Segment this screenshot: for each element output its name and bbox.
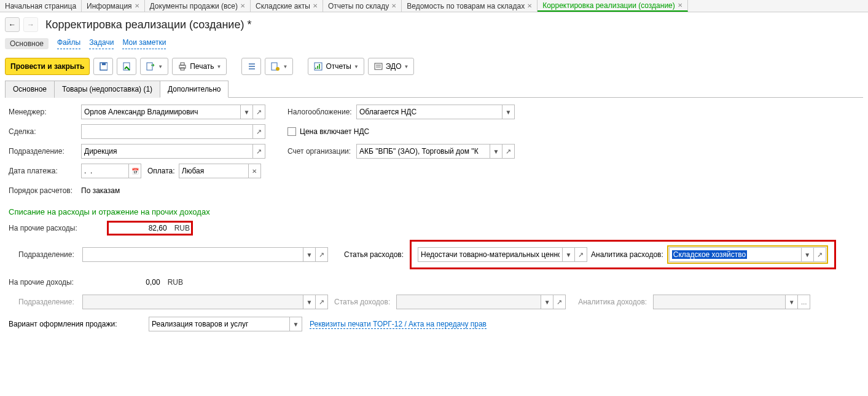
inc-item-input bbox=[396, 295, 541, 309]
tab-info[interactable]: Информация✕ bbox=[82, 0, 144, 12]
post-and-close-button[interactable]: Провести и закрыть bbox=[5, 58, 90, 75]
lbl-incitem: Статья доходов: bbox=[334, 298, 390, 306]
save-button[interactable] bbox=[93, 58, 113, 75]
more-btn: … bbox=[798, 295, 810, 309]
dropdown-btn: ▼ bbox=[541, 295, 553, 309]
highlight-exp-block: ▼↗ Аналитика расходов: Складское хозяйст… bbox=[410, 240, 836, 269]
svg-rect-1 bbox=[102, 63, 106, 65]
inc-cur: RUB bbox=[168, 278, 183, 287]
dropdown-btn[interactable]: ▼ bbox=[802, 247, 814, 262]
salesform-input[interactable] bbox=[149, 317, 290, 331]
create-based-button[interactable]: ▼ bbox=[140, 58, 168, 75]
ftab-goods[interactable]: Товары (недопоставка) (1) bbox=[54, 81, 160, 98]
reports-button[interactable]: Отчеты▼ bbox=[308, 58, 364, 75]
subnav-files[interactable]: Файлы bbox=[57, 38, 80, 49]
open-btn: ↗ bbox=[553, 295, 566, 309]
toolbar: Провести и закрыть ▼ Печать▼ ▼ Отчеты▼ Э… bbox=[0, 55, 868, 80]
list-button[interactable] bbox=[241, 58, 261, 75]
svg-point-8 bbox=[276, 67, 280, 71]
clear-btn[interactable]: ✕ bbox=[249, 164, 261, 178]
edo-button[interactable]: ЭДО▼ bbox=[368, 58, 415, 75]
open-btn[interactable]: ↗ bbox=[316, 247, 328, 262]
list-icon bbox=[247, 61, 256, 71]
dropdown-btn[interactable]: ▼ bbox=[490, 144, 502, 159]
nav-forward-button[interactable]: → bbox=[23, 17, 38, 32]
post-icon bbox=[122, 61, 131, 71]
dropdown-btn: ▼ bbox=[303, 295, 316, 309]
inc-dept-input bbox=[82, 295, 303, 309]
tab-start[interactable]: Начальная страница bbox=[0, 0, 82, 12]
tab-warehouse-acts[interactable]: Складские акты✕ bbox=[251, 0, 323, 12]
floppy-icon bbox=[99, 61, 108, 71]
subnav-notes[interactable]: Мои заметки bbox=[122, 38, 166, 49]
ftab-main[interactable]: Основное bbox=[5, 81, 55, 98]
open-btn: ↗ bbox=[316, 295, 328, 309]
inc-analytics-input bbox=[653, 295, 786, 309]
subnav-tasks[interactable]: Задачи bbox=[89, 38, 114, 49]
tax-input[interactable] bbox=[356, 105, 502, 119]
tab-wh-reports[interactable]: Отчеты по складу✕ bbox=[323, 0, 402, 12]
dropdown-btn[interactable]: ▼ bbox=[563, 247, 575, 262]
lbl-inc-dept: Подразделение: bbox=[9, 298, 76, 306]
lbl-inc-analytics: Аналитика доходов: bbox=[578, 298, 647, 306]
svg-rect-3 bbox=[147, 63, 152, 70]
form-tabs: Основное Товары (недопоставка) (1) Допол… bbox=[5, 80, 863, 98]
lbl-manager: Менеджер: bbox=[9, 108, 81, 116]
lbl-pay: Оплата: bbox=[147, 167, 175, 175]
torg12-link[interactable]: Реквизиты печати ТОРГ-12 / Акта на перед… bbox=[310, 320, 487, 329]
open-btn[interactable]: ↗ bbox=[575, 247, 587, 262]
dept-input[interactable] bbox=[81, 144, 253, 159]
close-icon[interactable]: ✕ bbox=[135, 2, 139, 9]
lbl-deal: Сделка: bbox=[9, 127, 81, 136]
dropdown-btn[interactable]: ▼ bbox=[241, 105, 253, 119]
svg-rect-10 bbox=[375, 63, 382, 69]
tab-stock-statement[interactable]: Ведомость по товарам на складах✕ bbox=[402, 0, 538, 12]
exp-dept-input[interactable] bbox=[82, 247, 303, 262]
nav-back-button[interactable]: ← bbox=[5, 17, 20, 32]
dropdown-btn[interactable]: ▼ bbox=[303, 247, 316, 262]
open-btn[interactable]: ↗ bbox=[502, 144, 515, 159]
pay-input[interactable] bbox=[179, 164, 249, 178]
paydate-input[interactable] bbox=[81, 164, 129, 178]
lbl-exp-analytics: Аналитика расходов: bbox=[591, 250, 663, 259]
doc-arrow-icon bbox=[146, 61, 155, 71]
lbl-tax: Налогообложение: bbox=[287, 108, 356, 116]
close-icon[interactable]: ✕ bbox=[313, 2, 318, 9]
chevron-down-icon: ▼ bbox=[354, 64, 359, 69]
close-icon[interactable]: ✕ bbox=[527, 2, 532, 9]
print-button[interactable]: Печать▼ bbox=[172, 58, 227, 75]
close-icon[interactable]: ✕ bbox=[240, 2, 245, 9]
ftab-extra[interactable]: Дополнительно bbox=[160, 81, 229, 98]
dropdown-btn: ▼ bbox=[786, 295, 798, 309]
tab-correction[interactable]: Корректировка реализации (создание)✕ bbox=[538, 0, 688, 12]
exp-item-input[interactable] bbox=[418, 247, 563, 262]
subnav-main[interactable]: Основное bbox=[5, 38, 49, 49]
vat-checkbox[interactable] bbox=[287, 127, 296, 136]
exp-analytics-input[interactable]: Складское хозяйство bbox=[669, 247, 802, 262]
tab-sales-docs[interactable]: Документы продажи (все)✕ bbox=[145, 0, 251, 12]
calendar-btn[interactable]: 📅 bbox=[129, 164, 141, 178]
dropdown-btn[interactable]: ▼ bbox=[290, 317, 302, 331]
attach-button[interactable]: ▼ bbox=[265, 58, 293, 75]
open-btn[interactable]: ↗ bbox=[814, 247, 826, 262]
dropdown-btn[interactable]: ▼ bbox=[502, 105, 515, 119]
tabs-top: Начальная страница Информация✕ Документы… bbox=[0, 0, 868, 12]
form-body: Менеджер: ▼↗ Сделка: ↗ Подразделение: ↗ … bbox=[0, 98, 868, 342]
open-btn[interactable]: ↗ bbox=[253, 105, 265, 119]
deal-input[interactable] bbox=[81, 124, 253, 139]
lbl-calc: Порядок расчетов: bbox=[9, 186, 81, 195]
calc-value: По заказам bbox=[81, 186, 120, 195]
orgacc-input[interactable] bbox=[356, 144, 490, 159]
report-icon bbox=[313, 61, 323, 71]
post-button[interactable] bbox=[117, 58, 136, 75]
printer-icon bbox=[178, 61, 187, 71]
close-icon[interactable]: ✕ bbox=[391, 2, 396, 9]
manager-input[interactable] bbox=[81, 105, 241, 119]
lbl-dept: Подразделение: bbox=[9, 147, 81, 156]
exp-amount: 82,60 bbox=[149, 224, 171, 232]
chevron-down-icon: ▼ bbox=[404, 64, 409, 69]
close-icon[interactable]: ✕ bbox=[678, 2, 682, 9]
highlight-exp-amount: 82,60 RUB bbox=[107, 221, 193, 236]
open-btn[interactable]: ↗ bbox=[253, 144, 265, 159]
open-btn[interactable]: ↗ bbox=[253, 124, 265, 139]
